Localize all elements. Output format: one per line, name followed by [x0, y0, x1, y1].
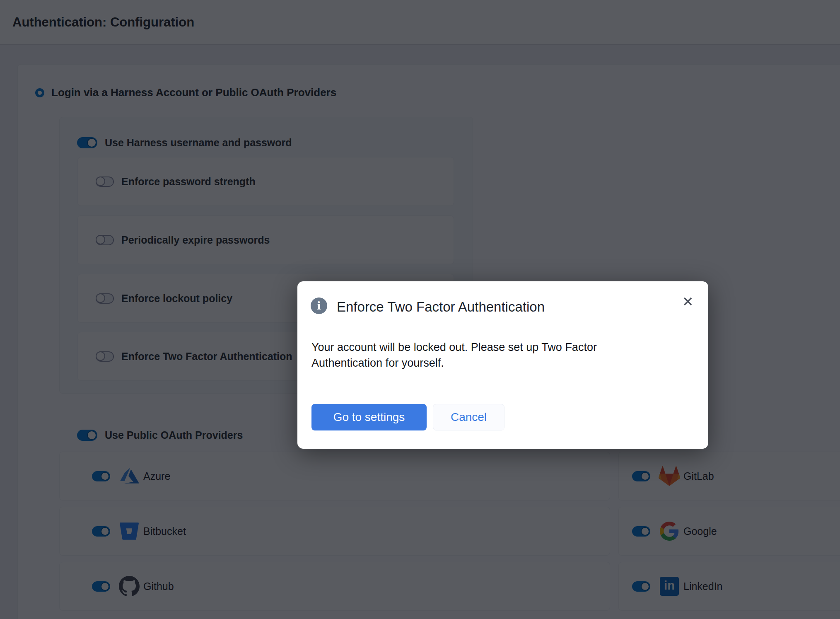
modal-title: Enforce Two Factor Authentication — [337, 299, 545, 315]
cancel-button[interactable]: Cancel — [433, 404, 504, 430]
modal-body-text: Your account will be locked out. Please … — [311, 339, 651, 371]
go-to-settings-button[interactable]: Go to settings — [311, 404, 427, 430]
info-icon: i — [311, 297, 327, 314]
close-icon[interactable] — [678, 292, 697, 310]
enforce-2fa-modal: i Enforce Two Factor Authentication Your… — [297, 281, 708, 449]
